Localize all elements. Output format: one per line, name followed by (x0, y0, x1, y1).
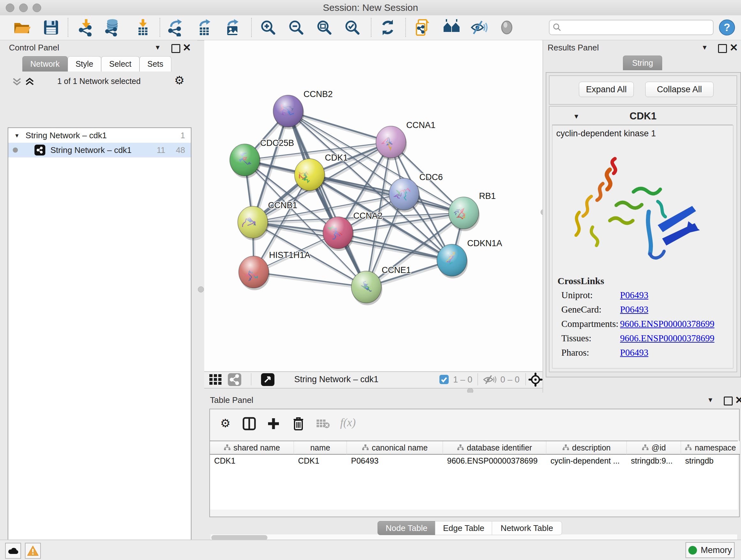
tab-sets[interactable]: Sets (139, 56, 172, 71)
columns-icon[interactable] (243, 417, 256, 430)
export-image-icon[interactable] (223, 18, 241, 37)
table-cell[interactable]: stringdb (681, 455, 740, 467)
node-CDKN1A[interactable] (437, 244, 468, 278)
grid-icon[interactable] (209, 374, 223, 386)
network-list: ▾ String Network – cdk1 1 String Network… (8, 127, 192, 560)
node-CCNA1[interactable] (376, 126, 407, 160)
crosslink-link[interactable]: P06493 (620, 290, 649, 300)
refresh-icon[interactable] (379, 18, 397, 37)
expand-all-button[interactable]: Expand All (579, 82, 634, 97)
table-cell[interactable]: P06493 (347, 455, 443, 467)
collapse-caret-icon[interactable]: ▾ (15, 132, 18, 139)
control-panel-float-icon[interactable] (172, 44, 180, 53)
cloud-button[interactable] (5, 543, 21, 559)
node-CCNE1[interactable] (351, 271, 382, 305)
window-title: Session: New Session (0, 2, 741, 13)
memory-button[interactable]: Memory (685, 542, 735, 558)
network-group-row[interactable]: ▾ String Network – cdk1 1 (8, 128, 191, 143)
crosslink-label: Uniprot: (561, 290, 593, 300)
node-HIST1H1A[interactable] (239, 256, 270, 290)
crosshair-icon[interactable] (529, 373, 542, 387)
crosslink-label: Tissues: (561, 333, 591, 344)
table-cell[interactable]: stringdb:9... (627, 455, 681, 467)
node-CCNB1[interactable] (238, 206, 269, 240)
crosslink-link[interactable]: 9606.ENSP00000378699 (620, 319, 715, 329)
column-header-namespace[interactable]: namespace (681, 441, 740, 455)
save-session-icon[interactable] (42, 18, 60, 37)
warning-button[interactable] (25, 543, 41, 559)
tab-string[interactable]: String (623, 56, 662, 70)
table-panel-close-icon[interactable]: ✕ (735, 396, 741, 403)
network-group-label: String Network – cdk1 (25, 131, 107, 140)
left-splitter-handle[interactable] (198, 287, 204, 293)
import-table-icon[interactable] (134, 18, 152, 37)
export-network-icon[interactable] (166, 18, 185, 37)
table-cell[interactable]: 9606.ENSP00000378699 (443, 455, 546, 467)
import-network-icon[interactable] (77, 18, 95, 37)
open-session-icon[interactable] (13, 18, 30, 37)
birdseye-icon[interactable] (261, 373, 274, 386)
control-panel-tabs: NetworkStyleSelectSets (22, 56, 172, 71)
column-header-description[interactable]: description (546, 441, 627, 455)
column-header-shared-name[interactable]: shared name (210, 441, 294, 455)
tab-network-table[interactable]: Network Table (492, 521, 562, 535)
control-panel-menu-icon[interactable]: ▾ (156, 43, 159, 52)
column-header-database-identifier[interactable]: database identifier (443, 441, 546, 455)
crosslink-link[interactable]: P06493 (620, 304, 649, 315)
first-neighbors-icon[interactable] (443, 18, 461, 37)
table-cell[interactable]: CDK1 (210, 455, 293, 467)
collapse-all-button[interactable]: Collapse All (645, 82, 714, 97)
results-panel-menu-icon[interactable]: ▾ (703, 43, 706, 52)
control-panel-close-icon[interactable]: ✕ (183, 44, 191, 51)
results-panel-float-icon[interactable] (718, 44, 727, 53)
gear-icon[interactable]: ⚙ (174, 75, 185, 86)
node-CDC25B[interactable] (230, 144, 261, 178)
tab-node-table[interactable]: Node Table (378, 521, 435, 535)
tab-edge-table[interactable]: Edge Table (435, 521, 492, 535)
help-icon[interactable]: ? (719, 19, 735, 36)
crosslink-link[interactable]: 9606.ENSP00000378699 (620, 333, 715, 344)
network-view-title: String Network – cdk1 (294, 374, 379, 384)
expand-collapse-box: Expand All Collapse All (549, 75, 737, 105)
trash-icon[interactable] (292, 416, 305, 431)
table-cell[interactable]: cyclin-dependent ... (546, 455, 626, 467)
node-label-HIST1H1A: HIST1H1A (269, 250, 310, 260)
network-canvas[interactable]: CCNB2CCNA1CDC25BCDK1CDC6RB1CCNB1CCNA2CDK… (204, 40, 542, 371)
network-row-selected[interactable]: String Network – cdk1 11 48 (8, 143, 191, 158)
zoom-selected-icon[interactable] (343, 18, 361, 37)
table-panel-menu-icon[interactable]: ▾ (709, 395, 712, 404)
edge-count: 48 (176, 145, 185, 155)
table-panel: Table Panel ▾ ✕ ⚙ f(x) shared namenameca… (204, 393, 741, 540)
results-panel-close-icon[interactable]: ✕ (730, 44, 738, 51)
crosslink-label: Pharos: (561, 348, 589, 358)
node-label-CCNA1: CCNA1 (406, 120, 435, 130)
export-table-icon[interactable] (195, 18, 213, 37)
column-header--id[interactable]: @id (627, 441, 681, 455)
crosslink-link[interactable]: P06493 (620, 348, 649, 358)
hidden-eye-icon (482, 375, 496, 384)
tab-select[interactable]: Select (101, 56, 139, 71)
table-cell[interactable]: CDK1 (294, 455, 347, 467)
tab-network[interactable]: Network (22, 56, 68, 71)
edge-CCNB2-CCNE1[interactable] (288, 111, 366, 287)
import-database-icon[interactable] (104, 18, 121, 37)
zoom-in-icon[interactable] (259, 18, 277, 37)
share-icon[interactable] (228, 373, 241, 386)
node-RB1[interactable] (449, 197, 480, 231)
clone-network-icon[interactable] (414, 18, 432, 37)
cdk1-section: ▾ CDK1 cyclin-dependent kinase 1 (549, 106, 737, 372)
add-icon[interactable] (267, 417, 280, 430)
zoom-fit-icon[interactable] (315, 18, 333, 37)
column-header-canonical-name[interactable]: canonical name (347, 441, 443, 455)
tab-style[interactable]: Style (68, 56, 102, 71)
table-gear-icon[interactable]: ⚙ (220, 418, 230, 429)
network-selected-status: 1 of 1 Network selected (8, 77, 190, 86)
zoom-out-icon[interactable] (287, 18, 305, 37)
search-input[interactable] (563, 21, 710, 33)
show-hide-icon[interactable] (470, 18, 488, 37)
control-panel-title: Control Panel (9, 43, 59, 53)
column-header-name[interactable]: name (294, 441, 347, 455)
table-panel-float-icon[interactable] (724, 396, 733, 406)
highlight-icon[interactable] (498, 18, 516, 37)
selected-checkbox-icon[interactable] (439, 374, 449, 384)
